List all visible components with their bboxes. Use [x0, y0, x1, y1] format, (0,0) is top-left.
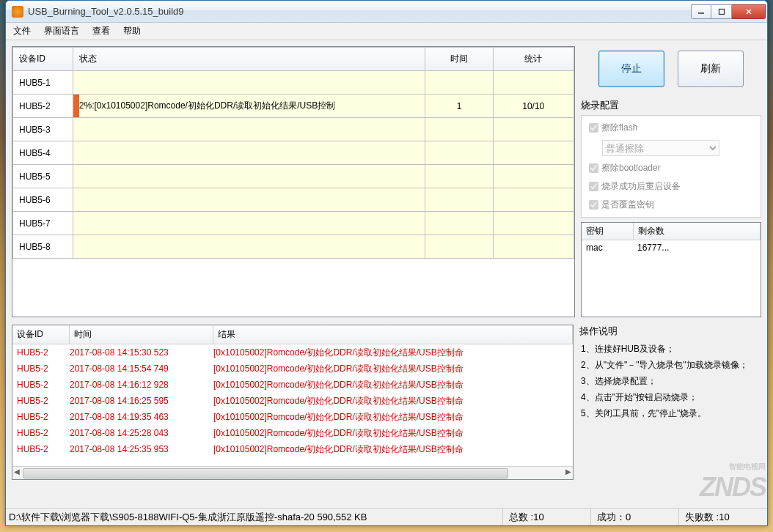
- key-table: 密钥 剩余数 mac 16777...: [581, 222, 761, 317]
- device-row[interactable]: HUB5-6: [13, 188, 574, 212]
- device-row[interactable]: HUB5-22%:[0x10105002]Romcode/初始化DDR/读取初始…: [13, 95, 574, 118]
- status-total: 总数 :10: [503, 509, 591, 525]
- status-success: 成功：0: [591, 509, 679, 525]
- reboot-after-checkbox[interactable]: 烧录成功后重启设备: [589, 180, 753, 193]
- col-remain[interactable]: 剩余数: [633, 223, 761, 240]
- stop-button[interactable]: 停止: [598, 51, 664, 87]
- log-row[interactable]: HUB5-22017-08-08 14:15:54 749[0x10105002…: [12, 361, 573, 377]
- minimize-button[interactable]: [691, 4, 711, 19]
- statusbar: D:\软件下载\浏览器下载\S905-8188WIFI-Q5-集成浙江原版遥控-…: [6, 508, 767, 525]
- device-row[interactable]: HUB5-3: [13, 118, 574, 141]
- instructions-title: 操作说明: [579, 325, 761, 338]
- key-row[interactable]: mac 16777...: [582, 240, 761, 256]
- app-icon: [12, 6, 23, 18]
- menu-language[interactable]: 界面语言: [44, 25, 79, 37]
- log-col-result[interactable]: 结果: [213, 325, 573, 344]
- device-row[interactable]: HUB5-1: [13, 71, 574, 95]
- menu-help[interactable]: 帮助: [123, 25, 141, 37]
- log-row[interactable]: HUB5-22017-08-08 14:15:30 523[0x10105002…: [12, 344, 573, 361]
- instruction-item: 3、选择烧录配置；: [581, 373, 761, 389]
- log-row[interactable]: HUB5-22017-08-08 14:25:35 953[0x10105002…: [12, 441, 573, 457]
- status-path: D:\软件下载\浏览器下载\S905-8188WIFI-Q5-集成浙江原版遥控-…: [6, 509, 503, 525]
- log-row[interactable]: HUB5-22017-08-08 14:19:35 463[0x10105002…: [12, 409, 573, 425]
- log-row[interactable]: HUB5-22017-08-08 14:25:28 043[0x10105002…: [12, 425, 573, 441]
- instruction-item: 1、连接好HUB及设备；: [581, 341, 761, 357]
- log-row[interactable]: HUB5-22017-08-08 14:16:25 595[0x10105002…: [12, 393, 573, 409]
- col-time[interactable]: 时间: [425, 48, 493, 71]
- refresh-button[interactable]: 刷新: [678, 51, 744, 87]
- log-col-id[interactable]: 设备ID: [12, 325, 70, 344]
- maximize-button[interactable]: [711, 4, 732, 19]
- instruction-item: 5、关闭工具前，先"停止"烧录。: [581, 405, 761, 421]
- menu-file[interactable]: 文件: [13, 25, 31, 37]
- device-row[interactable]: HUB5-4: [13, 141, 574, 165]
- menubar: 文件 界面语言 查看 帮助: [6, 23, 767, 40]
- window-controls: [691, 4, 766, 19]
- erase-flash-checkbox[interactable]: 擦除flash: [589, 122, 753, 134]
- close-button[interactable]: [732, 4, 766, 19]
- overwrite-key-checkbox[interactable]: 是否覆盖密钥: [589, 199, 753, 211]
- burn-config: 烧录配置 擦除flash 普通擦除 擦除bootloader 烧录成功后重启设备…: [581, 99, 761, 218]
- erase-bootloader-checkbox[interactable]: 擦除bootloader: [589, 162, 753, 174]
- col-status[interactable]: 状态: [73, 48, 425, 71]
- titlebar[interactable]: USB_Burning_Tool_v2.0.5.15_build9: [6, 1, 767, 23]
- col-count[interactable]: 统计: [493, 48, 574, 71]
- app-window: USB_Burning_Tool_v2.0.5.15_build9 文件 界面语…: [5, 0, 768, 526]
- instruction-item: 2、从"文件"－"导入烧录包"加载烧录镜像；: [581, 357, 761, 373]
- instruction-item: 4、点击"开始"按钮启动烧录；: [581, 389, 761, 405]
- config-title: 烧录配置: [581, 99, 761, 112]
- erase-mode-select[interactable]: 普通擦除: [602, 140, 719, 156]
- svg-rect-1: [719, 9, 724, 14]
- menu-view[interactable]: 查看: [92, 25, 110, 37]
- log-row[interactable]: HUB5-22017-08-08 14:16:12 928[0x10105002…: [12, 377, 573, 393]
- instructions: 操作说明 1、连接好HUB及设备；2、从"文件"－"导入烧录包"加载烧录镜像；3…: [579, 325, 761, 480]
- log-col-time[interactable]: 时间: [70, 325, 213, 344]
- workarea: 设备ID 状态 时间 统计 HUB5-1HUB5-22%:[0x10105002…: [6, 40, 767, 508]
- status-fail: 失败数 :10: [679, 509, 767, 525]
- window-title: USB_Burning_Tool_v2.0.5.15_build9: [28, 6, 691, 17]
- col-key[interactable]: 密钥: [582, 223, 633, 240]
- log-scrollbar[interactable]: ▶: [12, 466, 573, 479]
- device-row[interactable]: HUB5-7: [13, 212, 574, 235]
- log-table: 设备ID 时间 结果 HUB5-22017-08-08 14:15:30 523…: [12, 325, 574, 480]
- device-row[interactable]: HUB5-5: [13, 165, 574, 188]
- col-device-id[interactable]: 设备ID: [13, 48, 73, 71]
- device-table: 设备ID 状态 时间 统计 HUB5-1HUB5-22%:[0x10105002…: [12, 46, 575, 317]
- device-row[interactable]: HUB5-8: [13, 235, 574, 259]
